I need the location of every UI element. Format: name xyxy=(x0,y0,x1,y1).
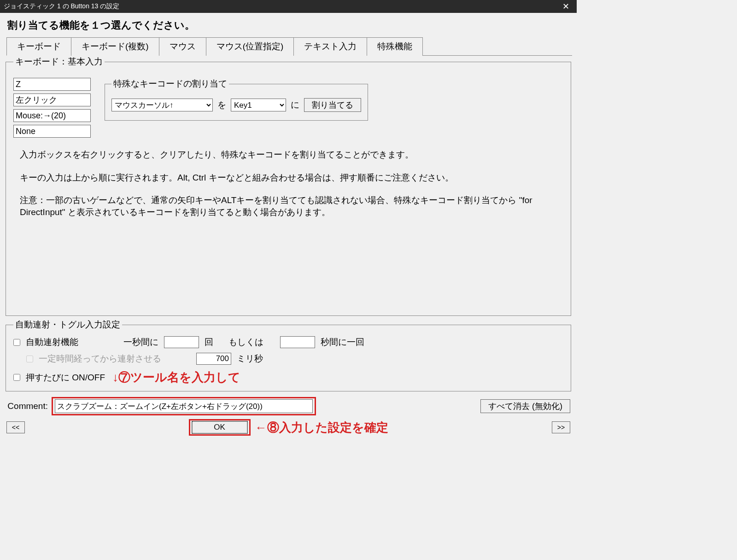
per-sec-input[interactable] xyxy=(164,336,199,348)
next-button[interactable]: >> xyxy=(552,421,570,433)
delay-checkbox xyxy=(26,356,33,362)
assign-source-select[interactable]: マウスカーソル↑ xyxy=(111,99,213,111)
key-input-1[interactable] xyxy=(13,78,91,91)
close-icon[interactable]: ✕ xyxy=(558,1,573,12)
key-input-list xyxy=(13,78,91,138)
comment-label: Comment: xyxy=(6,401,48,411)
autofire-checkbox[interactable] xyxy=(13,339,20,346)
tab-keyboard[interactable]: キーボード xyxy=(6,37,71,56)
toggle-label: 押すたびに ON/OFF xyxy=(26,372,105,384)
assign-button[interactable]: 割り当てる xyxy=(304,98,361,112)
label-ni: に xyxy=(291,99,299,111)
window-title: ジョイスティック 1 の Button 13 の設定 xyxy=(4,2,119,11)
autofire-group: 自動連射・トグル入力設定 自動連射機能 一秒間に 回 もしくは 秒間に一回 一定… xyxy=(6,319,571,391)
annotation-step7: ↓⑦ツール名を入力して xyxy=(112,369,240,385)
autofire-legend: 自動連射・トグル入力設定 xyxy=(13,319,122,331)
window: ジョイスティック 1 の Button 13 の設定 ✕ 割り当てる機能を１つ選… xyxy=(0,0,577,438)
delay-unit: ミリ秒 xyxy=(237,353,263,365)
tab-keyboard-multi[interactable]: キーボード(複数) xyxy=(71,37,159,56)
per-sec-unit: 回 xyxy=(205,336,223,348)
comment-input[interactable] xyxy=(55,399,313,413)
assign-dest-select[interactable]: Key1 xyxy=(231,99,286,111)
annotation-step8: ←⑧入力した設定を確定 xyxy=(255,420,388,436)
keyboard-basic-legend: キーボード：基本入力 xyxy=(13,56,105,68)
key-input-2[interactable] xyxy=(13,93,91,106)
label-wo: を xyxy=(217,99,226,111)
key-input-4[interactable] xyxy=(13,125,91,138)
page-heading: 割り当てる機能を１つ選んでください。 xyxy=(5,17,572,37)
ok-button[interactable]: OK xyxy=(192,421,247,433)
annotation-box-ok: OK xyxy=(189,419,251,436)
tab-mouse-pos[interactable]: マウス(位置指定) xyxy=(206,37,294,56)
info-line-1: 入力ボックスを右クリックすると、クリアしたり、特殊なキーコードを割り当てることが… xyxy=(20,149,557,161)
delay-input[interactable] xyxy=(196,353,231,365)
or-label: もしくは xyxy=(228,336,275,348)
tab-text-input[interactable]: テキスト入力 xyxy=(293,37,367,56)
tab-mouse[interactable]: マウス xyxy=(159,37,206,56)
per-sec-pre: 一秒間に xyxy=(123,336,158,348)
autofire-label: 自動連射機能 xyxy=(26,336,118,348)
info-line-2: キーの入力は上から順に実行されます。Alt, Ctrl キーなどと組み合わせる場… xyxy=(20,172,557,184)
titlebar: ジョイスティック 1 の Button 13 の設定 ✕ xyxy=(0,0,577,13)
toggle-checkbox[interactable] xyxy=(13,374,20,381)
annotation-box-comment xyxy=(52,397,316,415)
tab-strip: キーボード キーボード(複数) マウス マウス(位置指定) テキスト入力 特殊機… xyxy=(6,37,572,56)
clear-all-button[interactable]: すべて消去 (無効化) xyxy=(480,399,570,413)
keyboard-basic-group: キーボード：基本入力 特殊なキーコードの割り当て マウスカーソル↑ xyxy=(6,56,571,316)
content-area: 割り当てる機能を１つ選んでください。 キーボード キーボード(複数) マウス マ… xyxy=(0,13,577,438)
special-assign-box: 特殊なキーコードの割り当て マウスカーソル↑ を Key1 に 割り当てる xyxy=(104,78,369,123)
interval-input[interactable] xyxy=(280,336,315,348)
interval-unit: 秒間に一回 xyxy=(321,336,364,348)
info-line-3: 注意：一部の古いゲームなどで、通常の矢印キーやALTキーを割り当てても認識されな… xyxy=(20,194,557,218)
bottom-row: << OK ←⑧入力した設定を確定 >> xyxy=(5,417,572,436)
prev-button[interactable]: << xyxy=(6,421,25,433)
delay-label: 一定時間経ってから連射させる xyxy=(39,353,191,365)
key-input-3[interactable] xyxy=(13,109,91,122)
special-assign-legend: 特殊なキーコードの割り当て xyxy=(111,78,229,90)
tab-special[interactable]: 特殊機能 xyxy=(367,37,423,56)
comment-row: Comment: すべて消去 (無効化) xyxy=(6,397,570,415)
info-text: 入力ボックスを右クリックすると、クリアしたり、特殊なキーコードを割り当てることが… xyxy=(20,149,557,218)
